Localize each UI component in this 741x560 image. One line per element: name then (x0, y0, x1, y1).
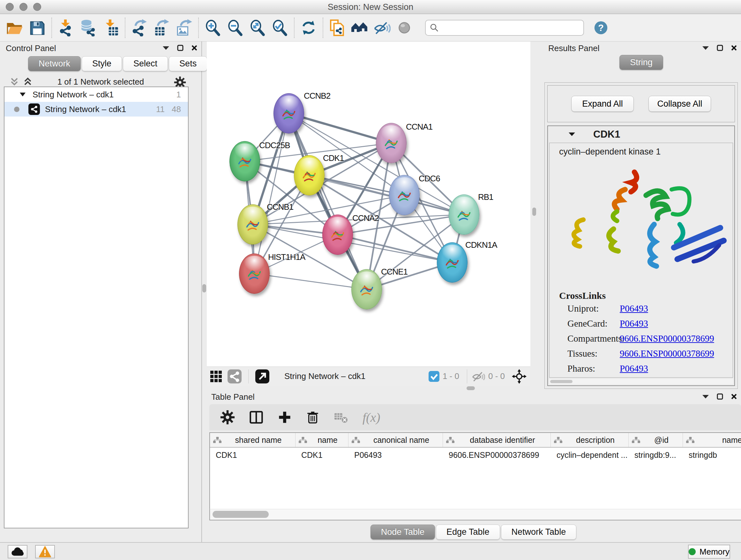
crosslink-link[interactable]: 9606.ENSP00000378699 (620, 348, 714, 359)
table-cell[interactable]: P06493 (348, 448, 443, 462)
network-node-cdc25b[interactable] (229, 141, 260, 181)
crosslink-link[interactable]: P06493 (620, 303, 648, 314)
open-session-button[interactable] (4, 16, 26, 39)
tab-style[interactable]: Style (82, 56, 122, 71)
network-node-rb1[interactable] (449, 194, 479, 235)
export-network-button[interactable] (128, 16, 151, 39)
crosslink-link[interactable]: P06493 (620, 363, 648, 374)
network-canvas[interactable]: CCNB2CCNA1CDC25BCDK1CDC6RB1CCNB1CCNA2CDK… (207, 42, 530, 367)
table-cell[interactable]: stringdb (683, 448, 741, 462)
tab-sets[interactable]: Sets (169, 56, 207, 71)
table-scrollbar-thumb[interactable] (212, 511, 269, 518)
tab-network-table[interactable]: Network Table (501, 524, 577, 540)
import-table-button[interactable] (99, 16, 122, 39)
function-builder-button[interactable]: f(x) (362, 410, 381, 425)
hidden-eye-icon[interactable] (472, 370, 485, 383)
float-panel-icon[interactable] (177, 45, 184, 51)
tab-string[interactable]: String (619, 55, 663, 70)
panel-menu-icon[interactable] (702, 46, 709, 50)
close-panel-icon[interactable] (191, 45, 198, 51)
column-header--id[interactable]: @id (629, 433, 683, 447)
column-header-name[interactable]: name (295, 433, 348, 447)
network-node-cdk1[interactable] (294, 155, 325, 195)
float-panel-icon[interactable] (717, 45, 723, 51)
table-cell[interactable]: cyclin–dependent ... (551, 448, 629, 462)
selected-checkbox-icon[interactable] (428, 371, 440, 382)
network-edge[interactable] (254, 273, 367, 289)
network-edge[interactable] (289, 113, 367, 289)
close-panel-icon[interactable] (731, 45, 737, 51)
delete-column-icon[interactable] (306, 410, 320, 424)
cloud-status-button[interactable] (8, 545, 27, 558)
column-header-shared-name[interactable]: shared name (210, 433, 295, 447)
column-header-database-identifier[interactable]: database identifier (443, 433, 551, 447)
collapse-all-button[interactable]: Collapse All (649, 96, 711, 112)
column-header-description[interactable]: description (551, 433, 629, 447)
network-edge[interactable] (289, 113, 391, 143)
warnings-button[interactable] (35, 545, 55, 558)
protein-card-header[interactable]: CDK1 (548, 126, 734, 142)
import-network-file-button[interactable] (55, 16, 77, 39)
float-panel-icon[interactable] (717, 393, 723, 400)
results-scrollbar-thumb[interactable] (550, 380, 572, 383)
collection-expand-icon[interactable] (20, 92, 25, 97)
network-node-ccne1[interactable] (351, 269, 382, 309)
birdseye-grid-button[interactable] (207, 365, 225, 388)
network-node-ccnb2[interactable] (273, 93, 304, 133)
add-column-icon[interactable] (278, 410, 292, 424)
network-node-cdc6[interactable] (389, 175, 420, 215)
delete-table-icon[interactable] (334, 411, 348, 424)
column-header-namespace[interactable]: namespace (683, 433, 741, 447)
panel-menu-icon[interactable] (162, 46, 170, 50)
network-node-ccna2[interactable] (322, 214, 353, 255)
splitter-handle[interactable] (532, 207, 536, 216)
detach-view-button[interactable] (253, 365, 272, 388)
show-columns-icon[interactable] (249, 410, 264, 425)
apply-layout-button[interactable] (297, 16, 320, 39)
export-table-button[interactable] (151, 16, 173, 39)
hide-selected-button[interactable] (371, 16, 393, 39)
table-cell[interactable]: stringdb:9... (629, 448, 683, 462)
pan-mode-button[interactable] (508, 365, 530, 388)
table-cell[interactable]: 9606.ENSP00000378699 (443, 448, 551, 462)
first-neighbors-button[interactable] (326, 16, 348, 39)
results-scrollbar[interactable] (549, 379, 733, 384)
search-input[interactable] (439, 23, 580, 32)
tab-select[interactable]: Select (123, 56, 168, 71)
table-cell[interactable]: CDK1 (295, 448, 348, 462)
network-edge[interactable] (254, 113, 289, 273)
network-node-hist1h1a[interactable] (239, 253, 270, 294)
zoom-selected-button[interactable] (269, 16, 291, 39)
memory-button[interactable]: Memory (688, 545, 730, 559)
tab-edge-table[interactable]: Edge Table (436, 524, 500, 540)
network-view-share-button[interactable] (225, 365, 244, 388)
tab-network[interactable]: Network (28, 56, 81, 71)
crosslink-link[interactable]: 9606.ENSP00000378699 (620, 333, 714, 344)
crosslink-link[interactable]: P06493 (620, 318, 648, 329)
network-node-ccnb1[interactable] (238, 204, 268, 245)
tab-node-table[interactable]: Node Table (370, 524, 435, 540)
splitter-handle[interactable] (467, 386, 475, 390)
zoom-fit-button[interactable] (246, 16, 269, 39)
table-horizontal-scrollbar[interactable] (209, 509, 741, 520)
close-panel-icon[interactable] (731, 393, 737, 400)
network-row[interactable]: String Network – cdk1 11 48 (4, 102, 188, 117)
splitter-handle[interactable] (202, 284, 206, 293)
overview-button[interactable] (348, 16, 371, 39)
protein-collapse-icon[interactable] (568, 132, 576, 136)
zoom-out-button[interactable] (224, 16, 246, 39)
table-settings-gear-icon[interactable] (220, 410, 235, 425)
expand-all-button[interactable]: Expand All (571, 96, 634, 112)
import-network-database-button[interactable] (77, 16, 99, 39)
panel-menu-icon[interactable] (702, 394, 709, 399)
save-session-button[interactable] (26, 16, 49, 39)
network-node-cdkn1a[interactable] (437, 242, 468, 283)
show-all-button[interactable] (393, 16, 415, 39)
zoom-in-button[interactable] (202, 16, 224, 39)
help-button[interactable]: ? (593, 20, 609, 36)
table-cell[interactable]: CDK1 (210, 448, 295, 462)
network-collection-row[interactable]: String Network – cdk1 1 (4, 87, 188, 102)
export-image-button[interactable] (173, 16, 195, 39)
column-header-canonical-name[interactable]: canonical name (348, 433, 443, 447)
network-node-ccna1[interactable] (376, 123, 407, 163)
